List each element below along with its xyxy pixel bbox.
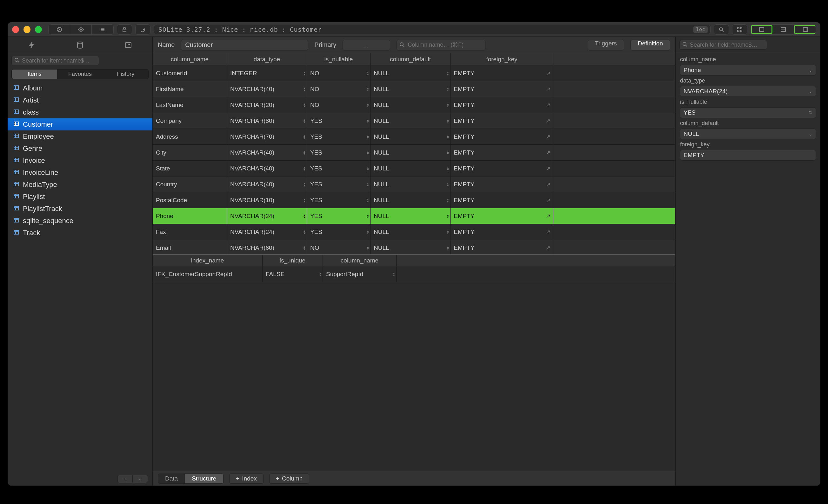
stepper-icon[interactable]: ▴▾	[367, 151, 369, 155]
stepper-icon[interactable]: ▴▾	[447, 198, 449, 203]
column-row[interactable]: CountryNVARCHAR(40)▴▾YES▴▾NULL▴▾EMPTY↗	[153, 176, 675, 192]
sidebar-item[interactable]: Customer	[8, 118, 152, 130]
header-index-column[interactable]: column_name	[323, 255, 397, 266]
sidebar-item[interactable]: Playlist	[8, 191, 152, 203]
cell-column-default[interactable]: NULL▴▾	[371, 240, 451, 254]
sql-tab[interactable]	[122, 40, 135, 50]
layout-icon-button[interactable]	[92, 25, 113, 34]
column-search-input[interactable]	[397, 40, 486, 50]
grid-button[interactable]	[732, 25, 747, 35]
cell-column-name[interactable]: PostalCode	[153, 192, 227, 208]
arrow-out-icon[interactable]: ↗	[546, 228, 550, 236]
insp-field-column-default[interactable]: NULL⌄	[680, 129, 816, 139]
cell-is-nullable[interactable]: NO▴▾	[307, 97, 371, 113]
cell-data-type[interactable]: NVARCHAR(20)▴▾	[227, 97, 307, 113]
stepper-icon[interactable]: ▴▾	[447, 71, 449, 76]
sidebar-item[interactable]: class	[8, 106, 152, 118]
cell-foreign-key[interactable]: EMPTY↗	[451, 176, 553, 192]
close-window-button[interactable]	[12, 26, 19, 33]
stepper-icon[interactable]: ▴▾	[447, 182, 449, 186]
stepper-icon[interactable]: ▴▾	[447, 87, 449, 91]
cell-data-type[interactable]: NVARCHAR(60)▴▾	[227, 240, 307, 254]
triggers-button[interactable]: Triggers	[588, 40, 624, 50]
arrow-out-icon[interactable]: ↗	[546, 244, 550, 251]
cell-column-default[interactable]: NULL▴▾	[371, 97, 451, 113]
column-row[interactable]: StateNVARCHAR(40)▴▾YES▴▾NULL▴▾EMPTY↗	[153, 161, 675, 176]
cell-column-default[interactable]: NULL▴▾	[371, 161, 451, 176]
stepper-icon[interactable]: ▴▾	[447, 230, 449, 234]
stepper-icon[interactable]: ▴▾	[367, 214, 369, 218]
cell-is-nullable[interactable]: YES▴▾	[307, 176, 371, 192]
table-name-input[interactable]	[181, 40, 308, 50]
right-panel-toggle[interactable]	[794, 25, 816, 34]
arrow-out-icon[interactable]: ↗	[546, 133, 550, 140]
sidebar-item[interactable]: Employee	[8, 130, 152, 142]
cell-column-name[interactable]: Email	[153, 240, 227, 254]
cell-column-name[interactable]: Phone	[153, 208, 227, 224]
cell-is-nullable[interactable]: YES▴▾	[307, 145, 371, 160]
arrow-out-icon[interactable]: ↗	[546, 197, 550, 204]
cell-is-nullable[interactable]: NO▴▾	[307, 66, 371, 81]
stepper-icon[interactable]: ▴▾	[367, 166, 369, 171]
stepper-icon[interactable]: ▴▾	[367, 246, 369, 250]
cell-data-type[interactable]: NVARCHAR(40)▴▾	[227, 161, 307, 176]
column-row[interactable]: AddressNVARCHAR(70)▴▾YES▴▾NULL▴▾EMPTY↗	[153, 129, 675, 145]
index-row[interactable]: IFK_CustomerSupportRepIdFALSE▴▾SupportRe…	[153, 266, 675, 282]
arrow-out-icon[interactable]: ↗	[546, 86, 550, 93]
stepper-icon[interactable]: ▴▾	[303, 246, 305, 250]
left-panel-toggle[interactable]	[751, 25, 773, 34]
arrow-out-icon[interactable]: ↗	[546, 101, 550, 109]
insp-field-is-nullable[interactable]: YES⇅	[680, 107, 816, 118]
sidebar-item[interactable]: Invoice	[8, 155, 152, 167]
data-tab[interactable]: Data	[158, 474, 185, 484]
stepper-icon[interactable]: ▴▾	[303, 230, 305, 234]
cell-column-name[interactable]: Fax	[153, 224, 227, 240]
activity-tab[interactable]	[26, 40, 38, 50]
header-column-default[interactable]: column_default	[371, 53, 451, 65]
sidebar-item[interactable]: InvoiceLine	[8, 167, 152, 179]
cell-column-default[interactable]: NULL▴▾	[371, 66, 451, 81]
add-index-button[interactable]: + Index	[229, 473, 263, 484]
definition-button[interactable]: Definition	[630, 40, 670, 50]
tab-favorites[interactable]: Favorites	[57, 70, 102, 79]
stepper-icon[interactable]: ▴▾	[303, 71, 305, 76]
arrow-out-icon[interactable]: ↗	[546, 149, 550, 156]
stepper-icon[interactable]: ▴▾	[393, 272, 395, 277]
stepper-icon[interactable]: ▴▾	[367, 87, 369, 91]
stepper-icon[interactable]: ▴▾	[303, 119, 305, 123]
stepper-icon[interactable]: ▴▾	[303, 198, 305, 203]
cell-is-nullable[interactable]: NO▴▾	[307, 240, 371, 254]
cell-column-default[interactable]: NULL▴▾	[371, 129, 451, 144]
stepper-icon[interactable]: ▴▾	[367, 182, 369, 186]
cell-foreign-key[interactable]: EMPTY↗	[451, 161, 553, 176]
header-column-name[interactable]: column_name	[153, 53, 227, 65]
sidebar-item[interactable]: Artist	[8, 94, 152, 106]
database-tab[interactable]	[74, 40, 86, 50]
cell-column-name[interactable]: FirstName	[153, 81, 227, 97]
lock-button[interactable]	[117, 25, 132, 35]
header-foreign-key[interactable]: foreign_key	[451, 53, 553, 65]
stepper-icon[interactable]: ▴▾	[367, 135, 369, 139]
stepper-icon[interactable]: ▴▾	[367, 198, 369, 203]
stepper-icon[interactable]: ▴▾	[303, 135, 305, 139]
cell-is-nullable[interactable]: YES▴▾	[307, 161, 371, 176]
search-button[interactable]	[714, 25, 729, 35]
stepper-icon[interactable]: ▴▾	[303, 166, 305, 171]
header-is-unique[interactable]: is_unique	[262, 255, 323, 266]
stepper-icon[interactable]: ▴▾	[303, 151, 305, 155]
add-item-button[interactable]: +	[118, 475, 133, 483]
cell-data-type[interactable]: NVARCHAR(80)▴▾	[227, 113, 307, 129]
cell-is-nullable[interactable]: YES▴▾	[307, 129, 371, 144]
stepper-icon[interactable]: ▴▾	[303, 214, 305, 218]
stepper-icon[interactable]: ▴▾	[447, 103, 449, 107]
cell-foreign-key[interactable]: EMPTY↗	[451, 240, 553, 254]
insp-field-column-name[interactable]: Phone⌄	[680, 65, 816, 76]
cell-foreign-key[interactable]: EMPTY↗	[451, 66, 553, 81]
cell-index-column[interactable]: SupportRepId▴▾	[323, 266, 397, 282]
header-is-nullable[interactable]: is_nullable	[307, 53, 371, 65]
cell-column-default[interactable]: NULL▴▾	[371, 81, 451, 97]
stepper-icon[interactable]: ▴▾	[367, 230, 369, 234]
column-row[interactable]: CityNVARCHAR(40)▴▾YES▴▾NULL▴▾EMPTY↗	[153, 145, 675, 161]
cell-data-type[interactable]: NVARCHAR(70)▴▾	[227, 129, 307, 144]
cell-foreign-key[interactable]: EMPTY↗	[451, 224, 553, 240]
